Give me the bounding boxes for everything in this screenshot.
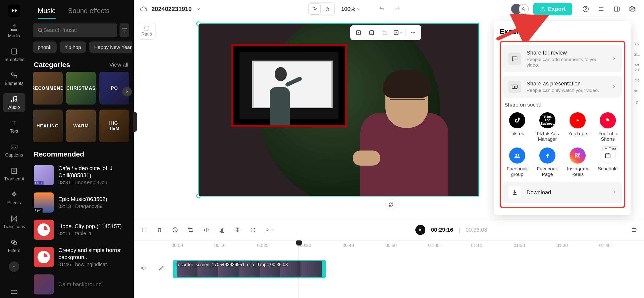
track-item[interactable]: Creepy and simple horror backgroun...01:… — [33, 243, 129, 271]
social-youtube-shorts[interactable]: YouTube Shorts — [594, 112, 622, 142]
ratio-button[interactable]: Ratio — [138, 22, 155, 40]
select-tool[interactable] — [310, 4, 321, 15]
rail-item[interactable]: y — [632, 100, 642, 104]
track-audio-icon[interactable] — [139, 263, 149, 273]
nav-label: Transitions — [3, 224, 25, 229]
svg-rect-13 — [614, 7, 619, 11]
hand-tool[interactable] — [322, 4, 333, 15]
zoom-level[interactable]: 100% — [339, 6, 362, 12]
nav-audio[interactable]: Audio — [3, 93, 25, 112]
more-button[interactable] — [408, 27, 419, 38]
nav-keyboard[interactable] — [3, 286, 25, 298]
category-card[interactable]: RECOMMEND — [33, 72, 63, 105]
help-button[interactable] — [580, 4, 591, 15]
chip-hiphop[interactable]: hip hop — [60, 41, 86, 53]
social-tiktok[interactable]: TikTok — [503, 112, 531, 142]
mirror-button[interactable] — [201, 225, 211, 235]
playhead[interactable] — [299, 240, 299, 298]
audio-side-panel: Music Sound effects phonk hip hop Happy … — [28, 0, 134, 298]
add-collaborator[interactable] — [519, 4, 529, 14]
category-card[interactable]: HIG TEM — [99, 110, 129, 142]
video-clip[interactable]: recorder_screen_1705482836951_clip_0.mp4… — [173, 260, 326, 278]
nav-transcript[interactable]: Transcript — [3, 165, 25, 184]
nav-elements[interactable]: Elements — [3, 69, 25, 88]
chevron-down-icon[interactable] — [196, 7, 201, 12]
undo-button[interactable] — [376, 4, 387, 15]
categories-scroll-right[interactable] — [122, 87, 132, 96]
track-item[interactable]: Hope. City pop.(1145157)02:11 · table_1 — [33, 216, 129, 243]
fullscreen-button[interactable] — [629, 225, 639, 235]
crop-button[interactable] — [379, 27, 390, 38]
download-option[interactable]: Download — [503, 182, 622, 203]
rail-item[interactable]: dio — [632, 78, 642, 82]
panels-button[interactable] — [611, 4, 622, 15]
rail-item[interactable]: art ols — [632, 63, 642, 71]
redo-button[interactable] — [392, 4, 403, 15]
svg-rect-6 — [12, 168, 17, 173]
panel-collapse-handle[interactable] — [133, 112, 137, 132]
category-card[interactable]: WARM — [66, 110, 96, 142]
export-button[interactable]: Export — [533, 3, 572, 15]
filter-button[interactable] — [119, 23, 129, 37]
nav-transitions[interactable]: Transitions — [3, 213, 25, 231]
track-item[interactable]: Lo-Fi Cafe / video cute lofi ♩ Chill(885… — [33, 161, 129, 189]
social-schedule[interactable]: ✦ FreeSchedule — [594, 147, 622, 177]
retime-button[interactable] — [170, 225, 180, 235]
social-facebook-page[interactable]: Facebook Page — [534, 147, 561, 177]
nav-more[interactable] — [9, 261, 19, 272]
chip-phonk[interactable]: phonk — [33, 41, 57, 53]
video-preview[interactable] — [198, 23, 479, 196]
social-tiktok-ads[interactable]: TikTok:For BusinessTikTok Ads Manager — [534, 112, 561, 142]
svg-point-21 — [413, 32, 414, 33]
enhance-button[interactable] — [353, 27, 364, 38]
split-button[interactable] — [139, 225, 149, 235]
category-card[interactable]: HEALING — [33, 110, 63, 142]
nav-filters[interactable]: Filters — [3, 236, 25, 255]
nav-media[interactable]: Media — [3, 22, 25, 40]
nav-rail: Media Templates Elements Audio Text Capt… — [0, 0, 28, 298]
search-box[interactable] — [33, 23, 117, 37]
replace-button[interactable] — [392, 27, 403, 38]
timeline[interactable]: 00:0000:1000:2000:3000:4000:5001:0001:10… — [134, 240, 644, 298]
share-subtitle: People can only watch your video. — [527, 88, 606, 93]
collaborators[interactable] — [511, 3, 529, 15]
categories-view-all[interactable]: View all — [109, 62, 128, 68]
social-youtube[interactable]: YouTube — [564, 112, 591, 142]
track-title: Creepy and simple horror backgroun... — [58, 247, 128, 261]
rail-item[interactable]: gr... — [632, 52, 642, 56]
download-clip-button[interactable] — [264, 225, 274, 235]
track-item[interactable]: Epic Epic Music(863502)02:13 · Draganov8… — [33, 189, 129, 216]
crop-timeline-button[interactable] — [186, 225, 196, 235]
nav-text[interactable]: Text — [3, 117, 25, 136]
share-for-review[interactable]: Share for reviewPeople can add comments … — [503, 45, 622, 72]
tab-music[interactable]: Music — [38, 7, 56, 19]
app-logo[interactable] — [8, 5, 20, 17]
chip-hny[interactable]: Happy New Year — [89, 41, 132, 53]
refresh-preview[interactable] — [385, 199, 396, 210]
nav-templates[interactable]: Templates — [3, 45, 25, 64]
freeze-button[interactable] — [232, 225, 243, 235]
delete-button[interactable] — [154, 225, 165, 235]
settings-button[interactable] — [627, 4, 638, 15]
svg-point-32 — [579, 154, 579, 154]
reverse-button[interactable] — [248, 225, 258, 235]
duplicate-button[interactable] — [217, 225, 227, 235]
social-instagram-reels[interactable]: Instagram Reels — [564, 147, 591, 177]
rail-item[interactable]: sic — [632, 41, 642, 45]
project-name[interactable]: 202402231910 — [151, 6, 192, 13]
tab-sound-effects[interactable]: Sound effects — [68, 7, 110, 19]
track-edit-icon[interactable] — [156, 263, 167, 273]
track-artwork: Epic — [34, 192, 54, 213]
nav-captions[interactable]: Captions — [3, 141, 25, 160]
track-item[interactable]: Calm background — [33, 271, 129, 298]
play-button[interactable] — [415, 225, 425, 235]
search-input[interactable] — [43, 27, 112, 33]
clip-handle-right[interactable] — [322, 261, 325, 277]
layers-button[interactable] — [596, 4, 607, 15]
nav-effects[interactable]: Effects — [3, 189, 25, 208]
share-as-presentation[interactable]: Share as presentationPeople can only wat… — [503, 76, 622, 98]
social-facebook-group[interactable]: Facebook group — [503, 147, 531, 177]
category-card[interactable]: CHRISTMAS — [66, 72, 96, 105]
rail-item[interactable]: at... — [632, 89, 642, 93]
cutout-button[interactable] — [366, 27, 377, 38]
